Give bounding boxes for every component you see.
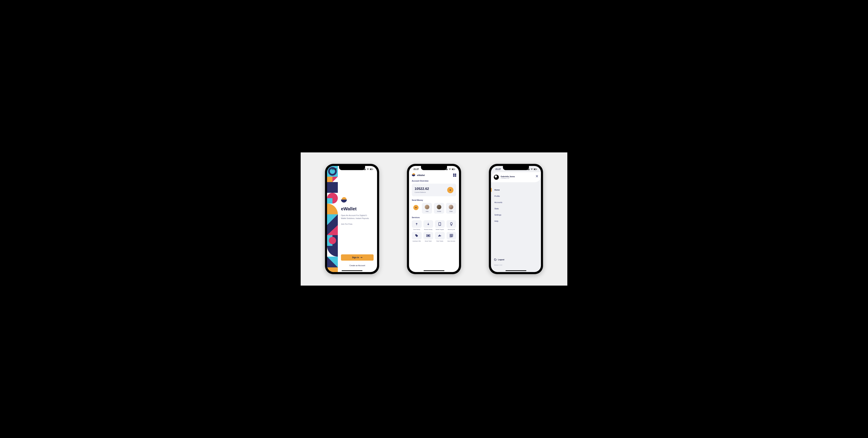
service-electricity-bill[interactable]: Electricity Bill <box>446 220 456 230</box>
decorative-art-strip <box>327 166 338 272</box>
service-cashback-offer[interactable]: Cashback Offer <box>412 232 422 242</box>
notch <box>421 166 447 170</box>
drawer-item-accounts[interactable]: Accounts <box>491 201 541 204</box>
logout-label: Logout <box>498 259 504 261</box>
svg-rect-20 <box>536 169 537 170</box>
brand: eWallet <box>412 173 425 177</box>
mockup-canvas: 21:27 <box>301 153 567 285</box>
status-time: 21:27 <box>332 168 337 170</box>
status-icons <box>527 168 537 170</box>
arrow-up-icon <box>415 223 418 226</box>
service-label: Electricity Bill <box>446 229 456 230</box>
avatar <box>437 205 441 209</box>
home-indicator[interactable] <box>342 270 363 271</box>
app-title: eWallet <box>341 206 374 211</box>
service-label: Receive Money <box>424 229 433 230</box>
drawer-item-home[interactable]: Home <box>491 189 541 191</box>
battery-icon <box>452 168 455 170</box>
add-contact-button[interactable] <box>413 205 418 210</box>
services-title: Services <box>412 216 456 218</box>
avatar <box>448 205 454 209</box>
svg-rect-4 <box>452 169 454 170</box>
service-send-money[interactable]: Send Money <box>412 220 422 230</box>
logout-button[interactable]: Logout <box>494 258 538 261</box>
arrow-down-icon <box>427 223 430 226</box>
svg-rect-2 <box>373 169 373 170</box>
screen-dashboard: 21:27 eWallet Account Ove <box>409 166 459 272</box>
notch <box>339 166 365 170</box>
tag-icon <box>415 234 418 237</box>
svg-rect-9 <box>427 235 429 236</box>
service-label: Cashback Offer <box>412 240 422 242</box>
send-money-title: Send Money <box>412 199 456 201</box>
contact-vickie[interactable]: Vickie <box>434 203 444 214</box>
drawer-item-settings[interactable]: Settings <box>491 213 541 216</box>
profile-name: Gabriella Jones <box>501 175 515 177</box>
arrow-right-icon <box>361 257 363 258</box>
ticket-icon <box>426 234 430 237</box>
close-icon <box>536 175 538 177</box>
svg-rect-10 <box>450 234 451 235</box>
menu-grid-icon[interactable] <box>453 174 456 177</box>
contact-name: Ana <box>426 210 429 212</box>
svg-rect-13 <box>450 235 451 236</box>
plane-icon <box>438 234 442 237</box>
svg-rect-14 <box>451 235 452 236</box>
profile-card[interactable]: Gabriella Jones Louisiana, AO <box>491 172 541 182</box>
svg-rect-11 <box>451 234 452 235</box>
svg-rect-15 <box>452 235 453 236</box>
logout-icon <box>494 258 496 261</box>
subline-text: Join For Free. <box>341 223 374 225</box>
svg-rect-5 <box>455 169 455 170</box>
profile-location: Louisiana, AO <box>501 177 515 179</box>
svg-rect-19 <box>534 169 535 170</box>
app-logo <box>341 197 347 204</box>
svg-point-7 <box>439 225 440 225</box>
grid-add-icon <box>450 234 453 237</box>
status-time: 21:27 <box>413 168 419 170</box>
avatar <box>425 205 430 209</box>
wifi-icon <box>367 168 369 170</box>
service-label: Flickt Tickets <box>435 240 445 242</box>
service-movie-ticket[interactable]: Movie Ticket <box>424 232 433 242</box>
wifi-icon <box>448 168 451 170</box>
close-drawer-button[interactable] <box>536 175 538 177</box>
version-text: Version 1.0.0 <box>494 264 538 266</box>
service-more-services[interactable]: More Services <box>446 232 456 242</box>
status-time: 21:27 <box>495 168 501 170</box>
contact-ettie[interactable]: Ettie <box>446 203 456 214</box>
service-label: Movie Ticket <box>424 240 433 242</box>
service-flight-tickets[interactable]: Flickt Tickets <box>435 232 445 242</box>
create-account-link[interactable]: Create an Account <box>341 264 374 267</box>
home-indicator[interactable] <box>505 270 526 271</box>
contact-ana[interactable]: Ana <box>422 203 432 214</box>
plus-icon <box>415 206 417 209</box>
drawer-item-profile[interactable]: Profile <box>491 195 541 198</box>
screen-onboarding: 21:27 <box>327 166 377 272</box>
sign-in-label: Sign in <box>352 256 359 259</box>
drawer-item-help[interactable]: Help <box>491 220 541 223</box>
plus-icon <box>449 189 452 191</box>
wifi-icon <box>530 168 533 170</box>
service-receive-money[interactable]: Receive Money <box>424 220 433 230</box>
svg-rect-17 <box>451 236 452 237</box>
service-mobile-prepaid[interactable]: Mobile Prepaid <box>435 220 445 230</box>
bulb-icon <box>450 222 453 226</box>
balance-card: 10522.62 Current Balance <box>412 183 456 196</box>
battery-icon <box>534 168 537 170</box>
svg-rect-12 <box>452 234 453 235</box>
screen-drawer: 21:27 Gabriella Jones Louisiana, AO <box>491 166 541 272</box>
contact-name: Vickie <box>437 210 441 212</box>
battery-icon <box>370 168 373 170</box>
phone-frame-drawer: 21:27 Gabriella Jones Louisiana, AO <box>489 164 543 274</box>
sign-in-button[interactable]: Sign in <box>341 255 374 261</box>
phone-frame-dashboard: 21:27 eWallet Account Ove <box>407 164 461 274</box>
tagline-text: Open An Account For Digital E-Wallet Sol… <box>341 214 370 220</box>
overview-title: Account Overview <box>412 180 456 182</box>
balance-label: Current Balance <box>414 192 429 193</box>
service-label: More Services <box>446 240 456 242</box>
balance-amount: 10522.62 <box>414 187 429 191</box>
add-funds-button[interactable] <box>447 187 454 193</box>
home-indicator[interactable] <box>424 270 444 271</box>
drawer-item-stats[interactable]: Stats <box>491 207 541 210</box>
